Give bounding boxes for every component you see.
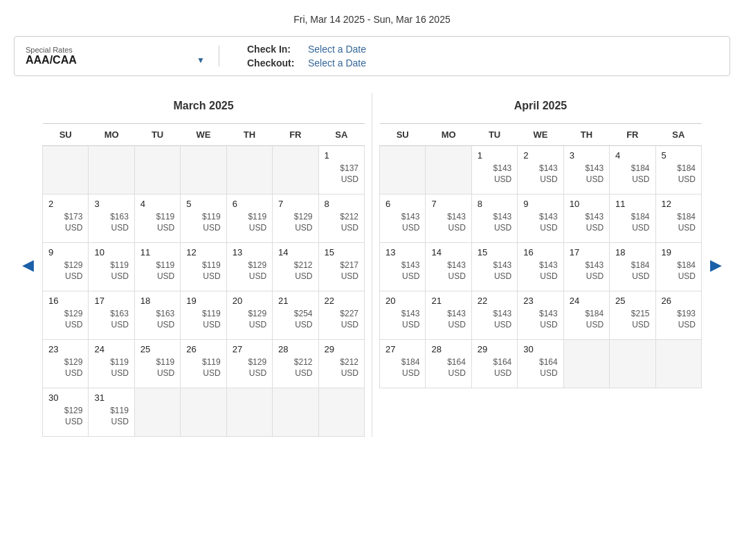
day-price: $184USD	[662, 212, 696, 233]
day-number: 28	[278, 344, 312, 354]
calendar-day[interactable]: 28$164USD	[426, 340, 471, 388]
calendar-day[interactable]: 28$212USD	[273, 340, 318, 388]
day-number: 6	[233, 199, 266, 209]
calendar-day[interactable]: 31$119USD	[89, 388, 134, 437]
day-price: $143USD	[570, 163, 604, 185]
special-rates-label: Special Rates	[26, 46, 205, 54]
calendar-day[interactable]: 10$119USD	[89, 243, 134, 291]
calendar-day[interactable]: 25$119USD	[134, 340, 180, 388]
calendar-day[interactable]: 29$164USD	[471, 340, 517, 388]
calendar-day[interactable]: 1$143USD	[471, 146, 517, 195]
calendar-day[interactable]: 22$143USD	[471, 291, 517, 340]
calendar-day[interactable]: 15$217USD	[318, 243, 364, 291]
day-number: 28	[431, 344, 465, 354]
calendar-day[interactable]: 26$193USD	[655, 291, 701, 340]
calendar-day[interactable]: 8$143USD	[471, 195, 517, 243]
checkout-date-value[interactable]: Select a Date	[308, 57, 366, 69]
day-number: 30	[48, 392, 82, 403]
day-price: $119USD	[186, 357, 220, 379]
day-price: $184USD	[615, 212, 649, 233]
special-rates-selector[interactable]: Special Rates AAA/CAA ▼	[26, 46, 219, 66]
calendar-day[interactable]: 6$143USD	[380, 195, 426, 243]
calendar-day[interactable]: 9$129USD	[43, 243, 89, 291]
calendar-day[interactable]: 5$184USD	[655, 146, 701, 195]
checkin-date-value[interactable]: Select a Date	[308, 44, 366, 55]
calendar-day[interactable]: 26$119USD	[181, 340, 226, 388]
calendar-day[interactable]: 3$143USD	[563, 146, 609, 195]
calendar-day[interactable]: 16$129USD	[43, 291, 89, 340]
calendar-day[interactable]: 6$119USD	[226, 195, 272, 243]
calendar-day[interactable]: 9$143USD	[518, 195, 563, 243]
day-price: $129USD	[233, 357, 266, 379]
weekday-header: SA	[655, 124, 701, 146]
calendar-day[interactable]: 27$129USD	[226, 340, 272, 388]
day-number: 23	[523, 296, 557, 306]
day-price: $164USD	[523, 357, 557, 379]
calendar-day[interactable]: 18$184USD	[610, 243, 655, 291]
day-number: 1	[478, 150, 511, 161]
calendar-day[interactable]: 3$163USD	[89, 195, 134, 243]
calendar-day[interactable]: 21$254USD	[273, 291, 318, 340]
next-month-button[interactable]: ▶	[702, 251, 730, 280]
calendar-day[interactable]: 17$143USD	[563, 243, 609, 291]
calendar-day[interactable]: 21$143USD	[426, 291, 471, 340]
calendar-day[interactable]: 5$119USD	[181, 195, 226, 243]
calendar-day[interactable]: 10$143USD	[563, 195, 609, 243]
date-range-header: Fri, Mar 14 2025 - Sun, Mar 16 2025	[14, 14, 730, 25]
calendar-day[interactable]: 16$143USD	[518, 243, 563, 291]
calendar-day[interactable]: 30$129USD	[43, 388, 89, 437]
calendar-day[interactable]: 20$143USD	[380, 291, 426, 340]
calendar-day[interactable]: 18$163USD	[134, 291, 180, 340]
day-number: 29	[325, 344, 359, 354]
day-number: 6	[385, 199, 419, 209]
calendar-day[interactable]: 29$212USD	[318, 340, 364, 388]
checkout-label: Checkout:	[247, 57, 302, 69]
calendar-day[interactable]: 19$119USD	[181, 291, 226, 340]
calendar-day[interactable]: 19$184USD	[655, 243, 701, 291]
calendar-day[interactable]: 23$129USD	[43, 340, 89, 388]
calendar-day[interactable]: 1$137USD	[318, 146, 364, 195]
day-price: $164USD	[431, 357, 465, 379]
day-number: 4	[615, 150, 649, 161]
calendar-day[interactable]: 25$215USD	[610, 291, 655, 340]
day-number: 15	[325, 247, 359, 258]
calendar-day[interactable]: 14$212USD	[273, 243, 318, 291]
checkout-row: Checkout: Select a Date	[247, 57, 366, 69]
calendar-day[interactable]: 12$119USD	[181, 243, 226, 291]
calendar-day	[134, 146, 180, 195]
march-title: March 2025	[42, 93, 365, 123]
calendar-day[interactable]: 30$164USD	[518, 340, 563, 388]
calendars-container: ◀ March 2025 SUMOTUWETHFRSA 1$137USD2$17…	[14, 93, 730, 437]
calendar-day[interactable]: 2$173USD	[43, 195, 89, 243]
calendar-day[interactable]: 22$227USD	[318, 291, 364, 340]
calendar-day[interactable]: 7$143USD	[426, 195, 471, 243]
calendar-day[interactable]: 17$163USD	[89, 291, 134, 340]
calendar-day[interactable]: 24$184USD	[563, 291, 609, 340]
day-price: $119USD	[140, 212, 174, 233]
calendar-day[interactable]: 11$119USD	[134, 243, 180, 291]
calendar-day[interactable]: 12$184USD	[655, 195, 701, 243]
calendar-day[interactable]: 15$143USD	[471, 243, 517, 291]
table-row: 9$129USD10$119USD11$119USD12$119USD13$12…	[43, 243, 365, 291]
calendar-day[interactable]: 4$184USD	[610, 146, 655, 195]
calendar-day[interactable]: 8$212USD	[318, 195, 364, 243]
prev-month-button[interactable]: ◀	[14, 251, 42, 280]
calendar-day[interactable]: 4$119USD	[134, 195, 180, 243]
calendar-day[interactable]: 23$143USD	[518, 291, 563, 340]
day-price: $119USD	[186, 212, 220, 233]
calendar-day[interactable]: 7$129USD	[273, 195, 318, 243]
weekday-header: SU	[380, 124, 426, 146]
calendar-day[interactable]: 11$184USD	[610, 195, 655, 243]
calendar-day[interactable]: 27$184USD	[380, 340, 426, 388]
calendar-day[interactable]: 2$143USD	[518, 146, 563, 195]
day-price: $163USD	[94, 309, 128, 330]
calendar-day[interactable]: 14$143USD	[426, 243, 471, 291]
day-price: $119USD	[94, 406, 128, 427]
special-rates-value[interactable]: AAA/CAA ▼	[26, 54, 205, 66]
table-row: 6$143USD7$143USD8$143USD9$143USD10$143US…	[380, 195, 702, 243]
calendar-day[interactable]: 13$143USD	[380, 243, 426, 291]
calendar-day[interactable]: 20$129USD	[226, 291, 272, 340]
calendar-day[interactable]: 24$119USD	[89, 340, 134, 388]
calendar-day[interactable]: 13$129USD	[226, 243, 272, 291]
day-number: 9	[48, 247, 82, 258]
